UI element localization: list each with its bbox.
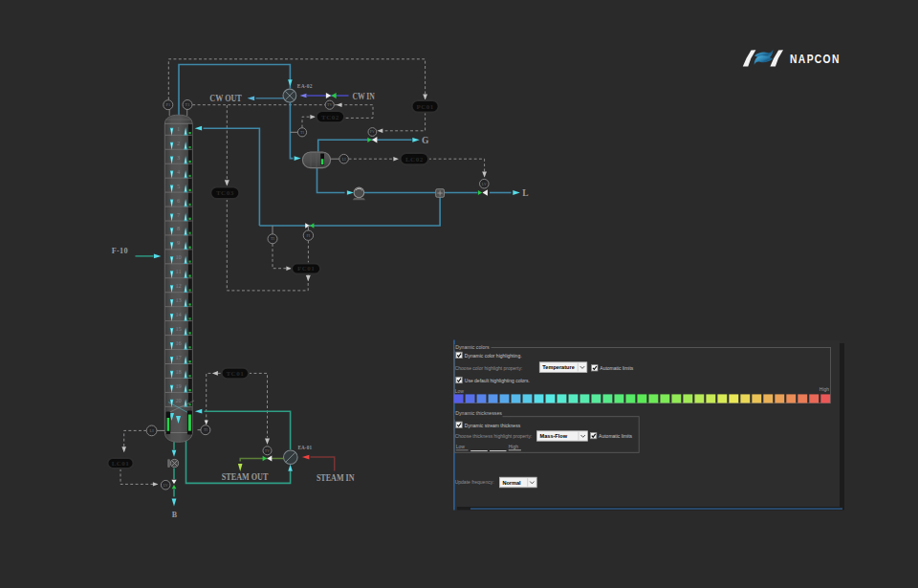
svg-text:15: 15 [175,325,181,332]
svg-text:FI: FI [307,233,311,238]
svg-text:2: 2 [177,140,180,146]
svg-text:1: 1 [177,125,180,132]
svg-text:Dynamic colors: Dynamic colors [455,344,490,350]
svg-text:Use default highlighting color: Use default highlighting colors. [465,378,530,383]
svg-text:PC01: PC01 [416,103,433,111]
svg-text:High: High [509,444,519,449]
svg-text:LC02: LC02 [405,156,424,163]
svg-text:L: L [522,188,528,198]
svg-text:7: 7 [177,211,180,218]
svg-text:High: High [820,386,830,392]
svg-text:8: 8 [177,225,180,231]
svg-text:13: 13 [175,296,181,303]
svg-text:TI: TI [204,427,208,432]
svg-text:LV: LV [482,182,487,186]
svg-text:CW OUT: CW OUT [209,94,242,103]
svg-text:EA-01: EA-01 [297,444,312,450]
svg-text:Automatic limits: Automatic limits [600,365,634,371]
svg-text:LC01: LC01 [112,460,130,468]
svg-text:F-10: F-10 [112,247,128,255]
svg-text:TV: TV [327,102,332,107]
svg-text:FC01: FC01 [297,265,315,272]
svg-text:NAPCON: NAPCON [790,53,841,65]
svg-text:TI: TI [271,236,274,241]
svg-text:TC03: TC03 [216,189,234,197]
svg-text:Mass-Flow: Mass-Flow [540,433,568,439]
svg-text:Temperature: Temperature [542,364,574,370]
svg-text:Choose thickness highlight pro: Choose thickness highlight property: [455,433,533,439]
svg-text:18: 18 [175,368,181,375]
svg-text:9: 9 [177,239,180,246]
svg-text:16: 16 [175,339,181,346]
svg-text:Update frequency:: Update frequency: [455,479,494,485]
svg-text:14: 14 [175,311,182,317]
svg-text:TC01: TC01 [226,370,244,378]
svg-text:LI: LI [150,428,155,433]
svg-text:TI: TI [300,130,304,135]
svg-text:Low: Low [456,444,466,449]
svg-text:EA-02: EA-02 [297,82,313,89]
svg-text:10: 10 [175,253,181,260]
svg-text:11: 11 [176,268,182,274]
svg-text:Low: Low [455,388,465,394]
svg-text:Dynamic stream thickness: Dynamic stream thickness [465,423,521,428]
svg-text:T1: T1 [186,102,190,107]
svg-text:12: 12 [175,282,181,289]
svg-text:B: B [172,511,178,519]
svg-text:STEAM OUT: STEAM OUT [222,472,269,482]
svg-text:6: 6 [177,197,180,204]
svg-text:20: 20 [175,397,181,403]
svg-text:Automatic limits: Automatic limits [599,433,633,439]
svg-text:17: 17 [175,354,181,360]
svg-text:TV: TV [265,448,270,453]
svg-text:CW IN: CW IN [352,92,375,101]
svg-text:5: 5 [177,183,180,189]
svg-text:P1: P1 [165,102,170,107]
svg-text:LI: LI [342,157,346,162]
svg-text:19: 19 [175,382,181,389]
svg-text:Dynamic thicknesses: Dynamic thicknesses [455,410,502,416]
svg-text:Dynamic color highlighting.: Dynamic color highlighting. [465,353,522,359]
svg-text:STEAM IN: STEAM IN [317,473,355,483]
svg-text:PV: PV [370,129,375,134]
svg-text:G: G [422,136,429,145]
svg-text:Choose color highlight propert: Choose color highlight property: [455,365,523,371]
svg-text:TC02: TC02 [321,114,339,121]
svg-text:3: 3 [177,154,180,161]
svg-text:LV: LV [164,483,168,488]
svg-text:Normal: Normal [502,480,521,486]
